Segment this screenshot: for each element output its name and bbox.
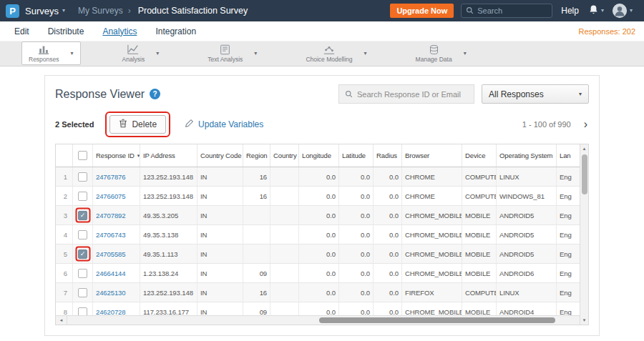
global-search[interactable] (461, 4, 552, 18)
table-cell: Eng (557, 244, 580, 263)
response-id-link[interactable]: 24706743 (93, 225, 140, 244)
select-all-checkbox[interactable] (78, 151, 87, 160)
table-cell: 0.0 (299, 283, 339, 302)
table-cell: 0.0 (339, 187, 374, 205)
table-cell: 16 (243, 187, 270, 205)
column-header-response-id[interactable]: Response ID▾ (93, 144, 140, 167)
avatar (613, 4, 627, 18)
table-cell: CHROME_MOBILE (402, 225, 462, 244)
search-icon (466, 4, 474, 17)
account-menu[interactable]: ▾ (613, 4, 633, 18)
response-id-link[interactable]: 24767876 (93, 167, 140, 186)
table-cell: IN (197, 187, 243, 205)
table-cell: Eng (557, 283, 580, 302)
table-cell (243, 206, 270, 224)
row-checkbox[interactable]: ✓ (78, 211, 87, 220)
table-cell: MOBILE (462, 264, 497, 282)
row-checkbox[interactable] (78, 269, 87, 278)
tab-edit[interactable]: Edit (14, 26, 29, 36)
update-variables-link[interactable]: Update Variables (185, 119, 263, 130)
toolbar-item-manage-data[interactable]: Manage Data▾ (409, 41, 474, 65)
column-header-radius[interactable]: Radius (374, 144, 402, 167)
scroll-left-icon[interactable]: ◂ (56, 316, 67, 325)
toolbar-item-text-analysis[interactable]: Text Analysis▾ (200, 41, 264, 65)
chevron-down-icon[interactable]: ▾ (464, 50, 467, 56)
chevron-down-icon[interactable]: ▾ (71, 50, 74, 56)
scroll-up-icon[interactable]: ▴ (583, 144, 586, 153)
column-header-longitude[interactable]: Longitude (299, 144, 339, 167)
chevron-down-icon[interactable]: ▾ (156, 50, 159, 56)
chevron-down-icon[interactable]: ▾ (254, 50, 257, 56)
row-checkbox[interactable] (78, 230, 87, 239)
toolbar-item-responses[interactable]: Responses▾ (21, 41, 81, 65)
table-cell: MOBILE (462, 206, 497, 224)
column-header-region[interactable]: Region (243, 144, 270, 167)
response-id-link[interactable]: 24707892 (93, 206, 140, 224)
notifications-menu[interactable]: ▾ (589, 4, 604, 17)
column-header-operating-system[interactable]: Operating System (497, 144, 557, 167)
table-cell: IN (197, 206, 243, 224)
response-id-link[interactable]: 24766075 (93, 187, 140, 205)
vertical-scroll-thumb[interactable] (582, 154, 587, 194)
chevron-down-icon: ▾ (630, 8, 633, 14)
toolbar-item-choice-modelling[interactable]: Choice Modelling▾ (298, 41, 374, 65)
responses-icon (37, 44, 50, 55)
column-header-ip-address[interactable]: IP Address (140, 144, 197, 167)
next-page-button[interactable]: › (582, 119, 589, 130)
table-cell: 0.0 (299, 167, 339, 186)
response-id-link[interactable]: 24625130 (93, 283, 140, 302)
help-icon[interactable]: ? (150, 89, 160, 99)
column-header-country-code[interactable]: Country Code (197, 144, 243, 167)
breadcrumb-my-surveys[interactable]: My Surveys (78, 6, 123, 16)
table-cell: IN (197, 283, 243, 302)
column-header-country[interactable]: Country (270, 144, 299, 167)
table-viewport: Response ID▾IP AddressCountry CodeRegion… (56, 144, 580, 325)
table-cell: 123.252.193.148 (140, 187, 197, 205)
table-cell: 0.0 (299, 225, 339, 244)
response-search-input[interactable] (357, 90, 468, 99)
scroll-down-icon[interactable]: ▾ (583, 316, 586, 325)
column-header-device[interactable]: Device (462, 144, 497, 167)
response-search[interactable] (338, 84, 474, 104)
row-checkbox[interactable] (78, 288, 87, 297)
table-cell: LINUX (497, 283, 557, 302)
horizontal-scroll-thumb[interactable] (319, 317, 555, 323)
response-table: Response ID▾IP AddressCountry CodeRegion… (55, 144, 589, 325)
row-checkbox[interactable] (78, 172, 87, 182)
table-cell (270, 206, 299, 224)
sort-caret-icon[interactable]: ▾ (137, 153, 140, 159)
vertical-scrollbar[interactable]: ▴ ▾ (580, 144, 588, 325)
column-header-lan[interactable]: Lan (557, 144, 580, 167)
table-cell: MOBILE (462, 244, 497, 263)
table-cell: 0.0 (374, 167, 402, 186)
toolbar-item-analysis[interactable]: Analysis▾ (115, 41, 167, 65)
column-header-latitude[interactable]: Latitude (339, 144, 374, 167)
surveys-menu[interactable]: Surveys ▾ (25, 6, 65, 16)
horizontal-scrollbar[interactable]: ◂ (56, 315, 580, 325)
tab-distribute[interactable]: Distribute (48, 26, 84, 36)
toolbar-item-label: Analysis (122, 56, 145, 63)
table-cell: 123.252.193.148 (140, 283, 197, 302)
pagination: 1 - 100 of 990 › (522, 119, 589, 130)
breadcrumb[interactable]: My Surveys › (78, 6, 131, 16)
response-id-link[interactable]: 24705585 (93, 244, 140, 263)
panel-header: Response Viewer ? All Responses ▾ (55, 84, 589, 104)
help-link[interactable]: Help (561, 6, 579, 16)
delete-button[interactable]: Delete (109, 115, 166, 134)
table-row: 124767876123.252.193.148IN160.00.00.0CHR… (56, 167, 580, 187)
row-checkbox[interactable] (78, 192, 87, 201)
response-id-link[interactable]: 24664144 (93, 264, 140, 282)
upgrade-now-button[interactable]: Upgrade Now (390, 4, 454, 18)
app-logo-icon[interactable]: P (6, 4, 19, 18)
table-cell (243, 244, 270, 263)
bell-icon (589, 4, 598, 17)
choice-modelling-icon (323, 44, 336, 55)
column-header-browser[interactable]: Browser (402, 144, 462, 167)
row-checkbox[interactable]: ✓ (78, 249, 87, 259)
global-search-input[interactable] (477, 6, 547, 15)
responses-filter-dropdown[interactable]: All Responses ▾ (482, 84, 589, 104)
table-cell: 0.0 (339, 225, 374, 244)
chevron-down-icon[interactable]: ▾ (364, 50, 367, 56)
tab-integration[interactable]: Integration (155, 26, 196, 36)
tab-analytics[interactable]: Analytics (102, 26, 137, 36)
